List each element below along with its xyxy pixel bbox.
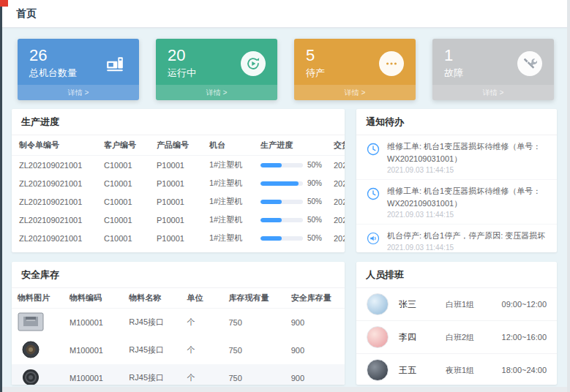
stat-value: 1: [444, 47, 463, 64]
notification-time: 2021.09.03 11:44:15: [387, 211, 548, 219]
avatar: [367, 326, 389, 348]
staff-time: 12:00~16:00: [502, 333, 547, 342]
production-row[interactable]: ZL202109021001 C10001 P10001 1#注塑机 50% 2…: [12, 229, 345, 247]
cell-order: ZL202109021001: [12, 156, 97, 175]
staff-list: 张三 白班1组 09:00~12:00 李四 白班2组 12:00~16:00 …: [356, 288, 557, 385]
col-code: 物料编码: [64, 288, 123, 309]
clock-icon: [365, 186, 381, 202]
speaker-icon: [365, 230, 381, 246]
stat-cards: 26 总机台数量 详情 > 20 运行中: [0, 28, 570, 109]
col-customer: 客户编号: [97, 135, 149, 156]
col-unit: 单位: [181, 288, 223, 309]
cell-safety: 900: [285, 336, 345, 364]
production-row[interactable]: ZL202109021001 C10001 P10001 1#注塑机 50% 2…: [12, 156, 345, 175]
notification-item[interactable]: 机台停产: 机台1停产，停产原因: 变压器损坏 2021.09.03 11:44…: [356, 225, 557, 252]
stat-card-fault[interactable]: 1 故障 详情 >: [432, 39, 554, 100]
cell-unit: 个: [181, 364, 223, 385]
staff-time: 18:00~24:00: [502, 366, 547, 374]
panel-title: 生产进度: [12, 109, 345, 135]
detail-link[interactable]: 详情 >: [432, 85, 554, 100]
production-panel: 生产进度 制令单编号 客户编号 产品编号 机台 生产进度 交货日期 ZL2021…: [12, 109, 345, 252]
production-row[interactable]: ZL202109021001 C10001 P10001 1#注塑机 90% 2…: [12, 174, 345, 192]
production-table: 制令单编号 客户编号 产品编号 机台 生产进度 交货日期 ZL202109021…: [12, 135, 345, 247]
window-right-edge: [567, 0, 570, 392]
cell-code: M100001: [64, 364, 123, 385]
table-header-row: 物料图片 物料编码 物料名称 单位 库存现有量 安全库存量: [12, 288, 345, 309]
more-icon: [379, 51, 404, 76]
window-left-edge: [0, 0, 2, 392]
cell-current: 750: [222, 364, 285, 385]
progress-bar: 50%: [260, 161, 323, 169]
cell-customer: C10001: [97, 192, 149, 211]
inventory-panel: 安全库存 物料图片 物料编码 物料名称 单位 库存现有量 安全库存量: [12, 262, 345, 385]
progress-label: 50%: [307, 161, 322, 169]
cell-code: M100001: [64, 336, 123, 364]
detail-link[interactable]: 详情 >: [294, 85, 416, 100]
notification-text: 机台停产: 机台1停产，停产原因: 变压器损坏: [387, 230, 545, 242]
progress-label: 50%: [307, 197, 322, 206]
production-row[interactable]: ZL202109021001 C10001 P10001 1#注塑机 50% 2…: [12, 211, 345, 229]
col-progress: 生产进度: [253, 135, 326, 156]
staff-panel: 人员排班 张三 白班1组 09:00~12:00 李四 白班2组 12:00~1…: [356, 262, 557, 385]
cell-date: 2021-09-10: [326, 192, 345, 211]
cell-order: ZL202109021001: [12, 211, 97, 229]
running-icon: [241, 51, 266, 76]
staff-name: 李四: [399, 331, 446, 344]
staff-row[interactable]: 李四 白班2组 12:00~16:00: [356, 321, 557, 354]
col-order: 制令单编号: [12, 135, 97, 156]
stat-card-running[interactable]: 20 运行中 详情 >: [156, 39, 277, 100]
window-bottom-edge: [0, 387, 570, 392]
production-row[interactable]: ZL202109021001 C10001 P10001 1#注塑机 50% 2…: [12, 192, 345, 211]
notification-time: 2021.09.03 11:44:15: [387, 244, 545, 252]
notification-list: 维修工单: 机台1变压器损坏待维修（单号：WX202109031001） 202…: [356, 135, 557, 252]
notification-item[interactable]: 维修工单: 机台1变压器损坏待维修（单号：WX202109031001） 202…: [356, 180, 557, 225]
top-bar: 首页: [0, 0, 570, 28]
stat-value: 20: [168, 47, 196, 64]
progress-bar: 50%: [260, 216, 323, 224]
page-title: 首页: [16, 7, 37, 20]
notification-text: 维修工单: 机台1变压器损坏待维修（单号：WX202109031001）: [387, 140, 548, 165]
stat-card-total-machines[interactable]: 26 总机台数量 详情 >: [18, 39, 139, 100]
inventory-row[interactable]: M100001 RJ45接口 个 750 900: [12, 309, 345, 336]
stat-label: 总机台数量: [29, 67, 77, 80]
notification-text: 维修工单: 机台1变压器损坏待维修（单号：WX202109031001）: [387, 185, 548, 209]
table-header-row: 制令单编号 客户编号 产品编号 机台 生产进度 交货日期: [12, 135, 345, 156]
cell-date: 2021-09-10: [326, 211, 345, 229]
notification-item[interactable]: 维修工单: 机台1变压器损坏待维修（单号：WX202109031001） 202…: [356, 135, 557, 180]
cell-machine: 1#注塑机: [202, 174, 253, 192]
inventory-row[interactable]: M100001 RJ45接口 个 750 900: [12, 364, 345, 385]
inventory-row[interactable]: M100001 RJ45接口 个 750 900: [12, 336, 345, 364]
detail-link[interactable]: 详情 >: [18, 85, 139, 100]
col-safety: 安全库存量: [285, 288, 345, 309]
material-image-connector: [18, 340, 44, 361]
cell-safety: 900: [285, 309, 345, 336]
progress-bar: 90%: [260, 179, 323, 187]
cell-name: RJ45接口: [123, 309, 181, 336]
staff-time: 09:00~12:00: [502, 300, 547, 309]
cell-date: 2021-09-10: [326, 156, 345, 175]
cell-customer: C10001: [97, 229, 149, 247]
cell-name: RJ45接口: [123, 364, 181, 385]
stat-value: 26: [29, 47, 77, 64]
stat-card-waiting[interactable]: 5 待产 详情 >: [294, 39, 416, 100]
staff-name: 张三: [399, 298, 446, 311]
staff-row[interactable]: 王五 夜班1组 18:00~24:00: [356, 354, 557, 385]
avatar: [367, 293, 389, 315]
col-image: 物料图片: [12, 288, 64, 309]
progress-bar: 50%: [260, 197, 323, 206]
cell-customer: C10001: [97, 156, 149, 175]
cell-current: 750: [222, 309, 285, 336]
stat-label: 故障: [444, 67, 463, 80]
cell-machine: 1#注塑机: [202, 192, 253, 211]
cell-unit: 个: [181, 336, 223, 364]
staff-shift: 白班1组: [446, 299, 500, 310]
cell-safety: 900: [285, 364, 345, 385]
panel-title: 通知待办: [356, 109, 557, 135]
staff-row[interactable]: 张三 白班1组 09:00~12:00: [356, 288, 557, 321]
detail-link[interactable]: 详情 >: [156, 85, 277, 100]
record-indicator: [0, 0, 8, 7]
cell-product: P10001: [149, 156, 202, 175]
cell-order: ZL202109021001: [12, 192, 97, 211]
stat-label: 待产: [306, 67, 325, 80]
cell-order: ZL202109021001: [12, 229, 97, 247]
